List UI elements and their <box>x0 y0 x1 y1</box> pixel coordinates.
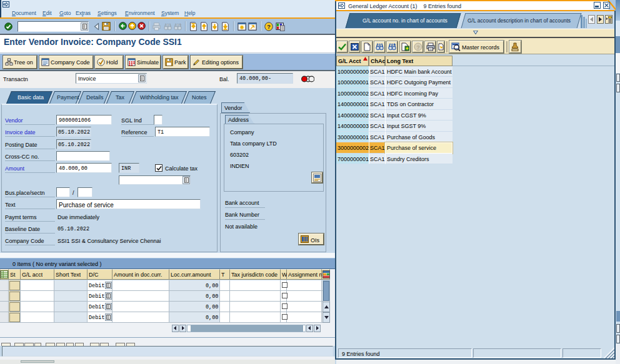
svg-text:?: ? <box>267 24 271 30</box>
svg-text:?: ? <box>416 44 420 51</box>
